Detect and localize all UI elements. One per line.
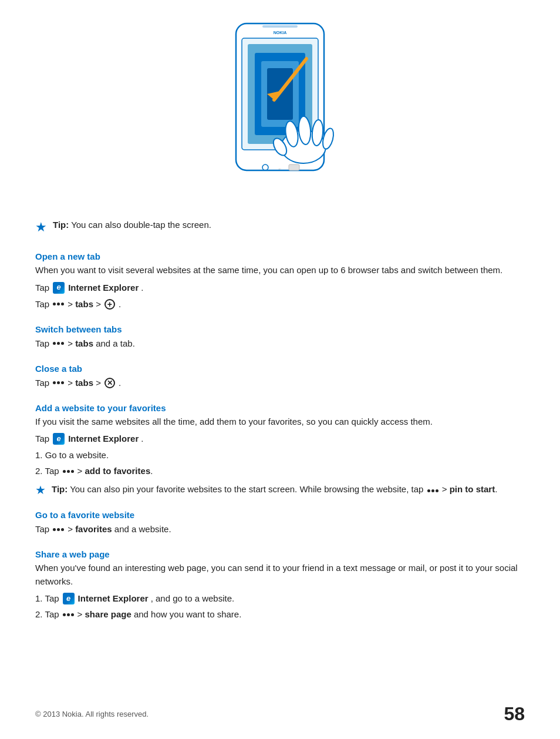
dots-icon	[53, 303, 64, 305]
footer-copyright: © 2013 Nokia. All rights reserved.	[35, 710, 149, 718]
dots-icon-7	[63, 613, 74, 616]
close-tab-line: Tap > tabs > ✕.	[35, 376, 525, 390]
svg-text:←: ←	[278, 167, 282, 171]
ie-icon-3: e	[63, 593, 75, 604]
section-switch-heading: Switch between tabs	[35, 324, 525, 334]
favorites-step1: 1. Go to a website.	[35, 448, 525, 462]
favorites-ie-line: Tap e Internet Explorer.	[35, 432, 525, 446]
new-tab-para: When you want to visit several websites …	[35, 264, 525, 277]
section-close-heading: Close a tab	[35, 364, 525, 374]
svg-text:NOKIA: NOKIA	[274, 31, 287, 35]
svg-rect-7	[262, 25, 298, 28]
footer: © 2013 Nokia. All rights reserved. 58	[35, 703, 525, 725]
footer-page-number: 58	[504, 703, 525, 725]
circle-x-icon: ✕	[104, 378, 115, 388]
section-goto-heading: Go to a favorite website	[35, 510, 525, 520]
new-tab-ie-line: Tap e Internet Explorer.	[35, 281, 525, 295]
goto-line: Tap > favorites and a website.	[35, 522, 525, 536]
phone-illustration: NOKIA ←	[35, 18, 525, 206]
dots-icon-5	[427, 489, 438, 492]
dots-icon-4	[63, 470, 74, 473]
tip1-text: Tip: You can also double-tap the screen.	[53, 220, 211, 230]
ie-icon-2: e	[53, 433, 65, 445]
star-icon-2: ★	[35, 483, 46, 497]
share-step1: 1. Tap e Internet Explorer , and go to a…	[35, 592, 525, 606]
share-step2: 2. Tap > share page and how you want to …	[35, 607, 525, 622]
new-tab-dots-line: Tap > tabs > +.	[35, 297, 525, 311]
favorites-step2: 2. Tap > add to favorites.	[35, 464, 525, 478]
share-para: When you've found an interesting web pag…	[35, 562, 525, 588]
svg-rect-10	[289, 164, 299, 170]
dots-icon-6	[53, 528, 64, 531]
section-share-heading: Share a web page	[35, 549, 525, 559]
dots-icon-3	[53, 381, 64, 384]
favorites-para: If you visit the same websites all the t…	[35, 415, 525, 429]
tip1-block: ★ Tip: You can also double-tap the scree…	[35, 220, 525, 235]
dots-icon-2	[53, 342, 64, 345]
circle-plus-icon: +	[104, 299, 115, 310]
section-new-tab-heading: Open a new tab	[35, 251, 525, 261]
favorites-tip-text: Tip: You can also pin your favorite webs…	[52, 483, 497, 496]
star-icon: ★	[35, 220, 47, 235]
switch-tabs-line: Tap > tabs and a tab.	[35, 337, 525, 351]
favorites-tip-block: ★ Tip: You can also pin your favorite we…	[35, 483, 525, 497]
ie-icon: e	[53, 282, 65, 294]
section-favorites-heading: Add a website to your favorites	[35, 403, 525, 413]
